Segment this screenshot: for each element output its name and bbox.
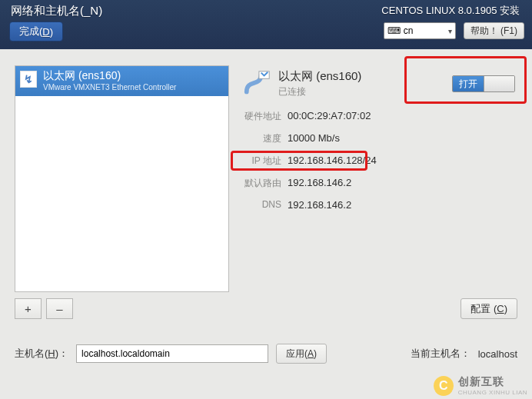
watermark: C 创新互联 CHUANG XINHU LIAN bbox=[434, 375, 527, 396]
hostname-input[interactable] bbox=[76, 344, 268, 363]
dns-value: 192.168.146.2 bbox=[286, 197, 397, 213]
apply-hostname-button[interactable]: 应用(A) bbox=[276, 344, 327, 364]
hostname-label: 主机名(H)： bbox=[15, 347, 68, 361]
device-item-subtitle: VMware VMXNET3 Ethernet Controller bbox=[43, 83, 176, 91]
done-label-suffix: ) bbox=[50, 26, 53, 38]
chevron-down-icon: ▾ bbox=[448, 27, 452, 35]
keyboard-icon: ⌨ bbox=[387, 25, 401, 36]
gateway-label: 默认路由 bbox=[243, 175, 281, 191]
configure-button[interactable]: 配置 (C) bbox=[461, 298, 517, 319]
device-item-name: 以太网 (ens160) bbox=[43, 69, 176, 83]
current-hostname-value: localhost bbox=[478, 348, 517, 360]
device-status: 已连接 bbox=[278, 85, 361, 98]
add-device-button[interactable]: + bbox=[15, 298, 42, 319]
keyboard-layout-combo[interactable]: ⌨ cn ▾ bbox=[384, 22, 456, 39]
lang-help-row: ⌨ cn ▾ 帮助！ (F1) bbox=[381, 22, 524, 39]
device-details: 以太网 (ens160) 已连接 硬件地址 00:0C:29:A7:07:02 … bbox=[243, 69, 397, 213]
watermark-text: 创新互联 CHUANG XINHU LIAN bbox=[458, 375, 527, 396]
device-list-buttons: + – bbox=[15, 298, 73, 319]
top-bar: 网络和主机名(_N) 完成(D) CENTOS LINUX 8.0.1905 安… bbox=[0, 0, 532, 49]
done-mnemonic: D bbox=[42, 26, 49, 38]
device-properties: 硬件地址 00:0C:29:A7:07:02 速度 10000 Mb/s IP … bbox=[243, 108, 397, 213]
ip-address-value: 192.168.146.128/24 bbox=[286, 152, 397, 168]
current-hostname-label: 当前主机名： bbox=[411, 347, 470, 361]
device-list[interactable]: ↯ 以太网 (ens160) VMware VMXNET3 Ethernet C… bbox=[15, 65, 229, 292]
speed-label: 速度 bbox=[243, 130, 281, 146]
gateway-value: 192.168.146.2 bbox=[286, 175, 397, 191]
speed-value: 10000 Mb/s bbox=[286, 130, 397, 146]
configure-mnemonic: C bbox=[497, 303, 504, 314]
connection-toggle[interactable]: 打开 bbox=[452, 75, 515, 92]
top-left: 网络和主机名(_N) 完成(D) bbox=[8, 3, 102, 49]
keyboard-layout-code: cn bbox=[404, 25, 414, 36]
top-right: CENTOS LINUX 8.0.1905 安装 ⌨ cn ▾ 帮助！ (F1) bbox=[381, 3, 524, 49]
configure-label-prefix: 配置 ( bbox=[470, 302, 497, 316]
watermark-text-en: CHUANG XINHU LIAN bbox=[458, 389, 527, 396]
help-button[interactable]: 帮助！ (F1) bbox=[464, 22, 524, 39]
done-button[interactable]: 完成(D) bbox=[9, 22, 63, 42]
done-label-prefix: 完成( bbox=[19, 25, 42, 38]
device-item-text: 以太网 (ens160) VMware VMXNET3 Ethernet Con… bbox=[43, 69, 176, 91]
hostname-row: 主机名(H)： 应用(A) 当前主机名： localhost bbox=[15, 344, 517, 364]
device-list-item[interactable]: ↯ 以太网 (ens160) VMware VMXNET3 Ethernet C… bbox=[15, 66, 228, 96]
watermark-logo-icon: C bbox=[434, 376, 454, 396]
remove-device-button[interactable]: – bbox=[46, 298, 73, 319]
toggle-on-label: 打开 bbox=[453, 76, 484, 91]
ethernet-large-icon bbox=[243, 69, 272, 97]
hw-address-label: 硬件地址 bbox=[243, 108, 281, 124]
page-title: 网络和主机名(_N) bbox=[11, 4, 102, 18]
help-label: 帮助！ (F1) bbox=[470, 25, 517, 38]
device-title: 以太网 (ens160) bbox=[278, 69, 361, 84]
ip-address-label: IP 地址 bbox=[243, 152, 281, 168]
dns-label: DNS bbox=[243, 197, 281, 213]
connection-toggle-row: 打开 bbox=[452, 75, 515, 92]
configure-label-suffix: ) bbox=[504, 303, 507, 314]
device-header: 以太网 (ens160) 已连接 bbox=[243, 69, 397, 98]
watermark-text-cn: 创新互联 bbox=[458, 375, 527, 389]
ethernet-icon: ↯ bbox=[20, 71, 37, 88]
device-header-text: 以太网 (ens160) 已连接 bbox=[278, 69, 361, 98]
hw-address-value: 00:0C:29:A7:07:02 bbox=[286, 108, 397, 124]
toggle-knob bbox=[484, 76, 514, 91]
distro-title: CENTOS LINUX 8.0.1905 安装 bbox=[381, 4, 520, 18]
